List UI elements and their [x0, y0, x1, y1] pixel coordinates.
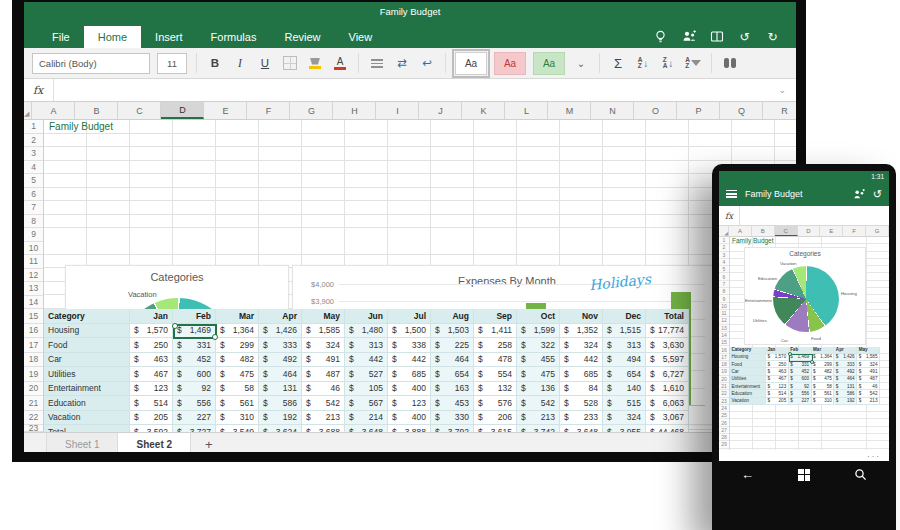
- phone-table-header-cell[interactable]: Mar: [812, 347, 835, 354]
- column-header-Q[interactable]: Q: [720, 102, 763, 119]
- table-cell[interactable]: $482: [216, 353, 259, 368]
- table-header-cell[interactable]: Nov: [560, 309, 603, 324]
- undo-icon[interactable]: ↺: [737, 29, 752, 44]
- phone-table-cell[interactable]: $123: [766, 383, 789, 390]
- table-cell[interactable]: $1,610: [646, 382, 689, 397]
- table-cell[interactable]: $514: [130, 396, 173, 411]
- column-header-H[interactable]: H: [333, 102, 376, 119]
- table-cell[interactable]: $464: [259, 367, 302, 382]
- phone-table-cell[interactable]: $331: [789, 361, 812, 368]
- table-header-cell[interactable]: Oct: [517, 309, 560, 324]
- table-header-cell[interactable]: Apr: [259, 309, 302, 324]
- table-cell[interactable]: $205: [130, 411, 173, 426]
- row-header-6[interactable]: 6: [24, 188, 43, 202]
- table-cell[interactable]: $3,742: [517, 425, 560, 432]
- table-cell[interactable]: $214: [345, 411, 388, 426]
- row-header-10[interactable]: 10: [24, 242, 43, 256]
- column-header-I[interactable]: I: [376, 102, 419, 119]
- table-cell[interactable]: $442: [388, 353, 431, 368]
- bold-button[interactable]: B: [206, 52, 224, 74]
- font-size-select[interactable]: 11: [157, 53, 187, 74]
- phone-row-header-5[interactable]: 5: [719, 266, 729, 273]
- table-cell[interactable]: $586: [259, 396, 302, 411]
- table-cell[interactable]: $1,599: [517, 324, 560, 339]
- phone-row-header-1[interactable]: 1: [719, 237, 729, 244]
- cell-style-normal[interactable]: Aa: [455, 52, 487, 75]
- undo-icon[interactable]: ↺: [873, 188, 882, 201]
- phone-table-cell[interactable]: $475: [812, 376, 835, 383]
- merge-icon[interactable]: ⇄: [393, 52, 411, 74]
- table-cell[interactable]: $3,955: [603, 425, 646, 432]
- filter-icon[interactable]: AZ: [684, 52, 702, 74]
- row-header-11[interactable]: 11: [24, 255, 43, 269]
- row-header-5[interactable]: 5: [24, 174, 43, 188]
- table-cell[interactable]: $542: [302, 396, 345, 411]
- row-header-16[interactable]: 16: [24, 324, 43, 339]
- table-header-cell[interactable]: Feb: [173, 309, 216, 324]
- table-cell[interactable]: $58: [216, 382, 259, 397]
- phone-table-cell[interactable]: $192: [834, 398, 857, 405]
- phone-pie-chart[interactable]: Categories HousingFoodCarUtilitiesEntert…: [744, 247, 866, 345]
- column-header-A[interactable]: A: [32, 102, 75, 119]
- phone-row-header-23[interactable]: 23: [719, 398, 729, 405]
- row-header-15[interactable]: 15: [24, 309, 43, 324]
- column-header-F[interactable]: F: [247, 102, 290, 119]
- table-cell[interactable]: $225: [431, 338, 474, 353]
- column-header-E[interactable]: E: [204, 102, 247, 119]
- menu-icon[interactable]: [726, 190, 737, 198]
- table-cell[interactable]: $654: [431, 367, 474, 382]
- back-icon[interactable]: ←: [741, 467, 754, 482]
- phone-row-header-16[interactable]: 16: [719, 346, 729, 353]
- table-header-cell[interactable]: Mar: [216, 309, 259, 324]
- table-cell[interactable]: $324: [603, 411, 646, 426]
- phone-cells-area[interactable]: Family Budget Categories HousingFoodCarU…: [730, 237, 889, 450]
- phone-table-cell[interactable]: $600: [789, 376, 812, 383]
- row-header-23[interactable]: 23: [24, 425, 43, 432]
- cells-area[interactable]: Family Budget Categories HousingFoodCarU…: [44, 120, 796, 432]
- row-header-20[interactable]: 20: [24, 382, 43, 397]
- table-cell[interactable]: $3,648: [345, 425, 388, 432]
- cell-a1[interactable]: Family Budget: [49, 121, 113, 132]
- table-cell[interactable]: $515: [603, 396, 646, 411]
- column-header-C[interactable]: C: [118, 102, 161, 119]
- table-cell[interactable]: $400: [388, 382, 431, 397]
- sheet-tab-2[interactable]: Sheet 2: [118, 433, 191, 452]
- share-people-icon[interactable]: [681, 29, 696, 44]
- phone-table-cell[interactable]: Food: [730, 361, 766, 368]
- table-cell[interactable]: $3,688: [302, 425, 345, 432]
- phone-column-header-C[interactable]: C: [775, 226, 798, 236]
- table-cell[interactable]: $299: [216, 338, 259, 353]
- table-cell[interactable]: $685: [388, 367, 431, 382]
- table-cell[interactable]: $654: [603, 367, 646, 382]
- table-cell[interactable]: $452: [173, 353, 216, 368]
- phone-table-cell[interactable]: $213: [857, 398, 880, 405]
- row-header-9[interactable]: 9: [24, 228, 43, 242]
- phone-row-header-25[interactable]: 25: [719, 412, 729, 419]
- table-cell[interactable]: Housing: [44, 324, 130, 339]
- column-header-L[interactable]: L: [505, 102, 548, 119]
- phone-table-cell[interactable]: $491: [857, 368, 880, 375]
- phone-table-cell[interactable]: $205: [766, 398, 789, 405]
- phone-row-header-18[interactable]: 18: [719, 361, 729, 368]
- phone-row-header-29[interactable]: 29: [719, 441, 729, 448]
- redo-icon[interactable]: ↻: [765, 29, 780, 44]
- phone-cell-a1[interactable]: Family Budget: [732, 237, 774, 244]
- column-header-D[interactable]: D: [161, 102, 204, 119]
- sheet-tab-1[interactable]: Sheet 1: [46, 433, 118, 452]
- phone-table-header-cell[interactable]: Jan: [766, 347, 789, 354]
- table-cell[interactable]: $478: [474, 353, 517, 368]
- phone-row-header-8[interactable]: 8: [719, 288, 729, 295]
- phone-table-cell[interactable]: $487: [857, 376, 880, 383]
- phone-table-cell[interactable]: $452: [789, 368, 812, 375]
- table-cell[interactable]: $3,888: [388, 425, 431, 432]
- phone-column-header-E[interactable]: E: [820, 226, 843, 236]
- tab-formulas[interactable]: Formulas: [197, 26, 271, 48]
- phone-table-cell[interactable]: Vacation: [730, 398, 766, 405]
- table-cell[interactable]: $313: [603, 338, 646, 353]
- phone-table-cell[interactable]: Housing: [730, 354, 766, 361]
- table-cell[interactable]: $492: [259, 353, 302, 368]
- row-header-7[interactable]: 7: [24, 201, 43, 215]
- table-cell[interactable]: $3,615: [474, 425, 517, 432]
- table-cell[interactable]: $3,727: [173, 425, 216, 432]
- table-cell[interactable]: $1,426: [259, 324, 302, 339]
